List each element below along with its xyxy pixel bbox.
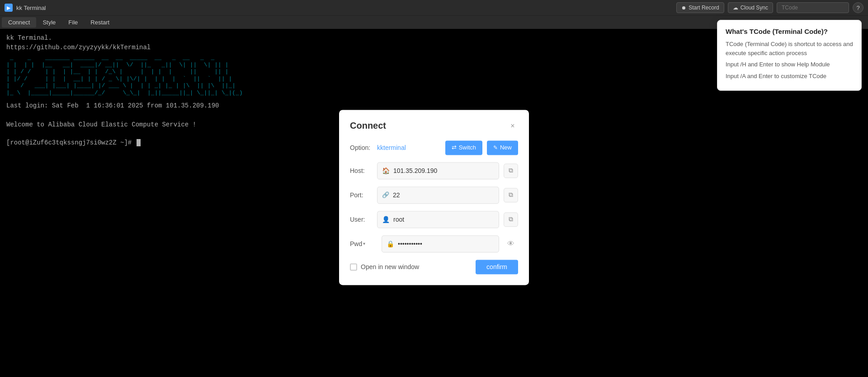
dialog-title: Connect	[350, 121, 386, 131]
menu-item-connect[interactable]: Connect	[2, 17, 36, 28]
user-icon: 👤	[382, 216, 390, 223]
menu-item-restart[interactable]: Restart	[84, 17, 116, 28]
option-value-container: kkterminal	[377, 144, 441, 151]
port-label: Port:	[350, 191, 373, 199]
dialog-option-row: Option: kkterminal ⇄ Switch ✎ New	[350, 140, 518, 155]
port-copy-button[interactable]: ⧉	[504, 188, 518, 202]
dialog-footer: Open in new window confirm	[350, 260, 518, 274]
host-icon: 🏠	[382, 167, 390, 174]
tcode-tooltip-line-3: Input /A and Enter to customize TCode	[726, 72, 853, 81]
menu-item-style[interactable]: Style	[36, 17, 62, 28]
switch-icon: ⇄	[452, 144, 457, 151]
dialog-user-row: User: 👤 ⧉	[350, 211, 518, 228]
titlebar: ▶ kk Terminal ⏺ Start Record ☁ Cloud Syn…	[0, 0, 868, 15]
chevron-down-icon: ▾	[363, 241, 365, 246]
confirm-button[interactable]: confirm	[476, 260, 518, 274]
cloud-icon: ☁	[733, 5, 738, 11]
user-input-wrapper: 👤	[377, 211, 499, 228]
port-input-wrapper: 🔗	[377, 186, 499, 204]
titlebar-actions: ⏺ Start Record ☁ Cloud Sync ?	[676, 2, 863, 13]
dialog-close-button[interactable]: ×	[507, 121, 518, 131]
port-icon: 🔗	[382, 191, 389, 198]
open-new-window-checkbox[interactable]	[350, 263, 357, 270]
tcode-tooltip-title: What's TCode (Terminal Code)?	[726, 28, 853, 35]
tcode-tooltip: What's TCode (Terminal Code)? TCode (Ter…	[717, 20, 862, 91]
user-input[interactable]	[393, 216, 494, 223]
host-input[interactable]	[393, 167, 494, 174]
pwd-input[interactable]	[398, 240, 494, 247]
toggle-password-button[interactable]: 👁	[504, 237, 518, 251]
pwd-label-wrapper: Pwd ▾	[350, 240, 377, 247]
new-button[interactable]: ✎ New	[487, 140, 518, 155]
tcode-tooltip-line-2: Input /H and Enter to show Help Module	[726, 60, 853, 69]
host-input-wrapper: 🏠	[377, 162, 499, 179]
port-input[interactable]	[393, 191, 494, 199]
user-copy-button[interactable]: ⧉	[504, 212, 518, 227]
record-icon: ⏺	[681, 5, 686, 10]
copy-icon: ⧉	[509, 167, 513, 174]
start-record-button[interactable]: ⏺ Start Record	[676, 2, 724, 13]
tcode-input[interactable]	[777, 2, 849, 13]
connect-dialog: Connect × Option: kkterminal ⇄ Switch ✎ …	[339, 110, 529, 285]
dialog-pwd-row: Pwd ▾ 🔒 👁	[350, 235, 518, 252]
tcode-tooltip-content: TCode (Terminal Code) is shortcut to acc…	[726, 40, 853, 80]
help-button[interactable]: ?	[853, 2, 863, 13]
switch-button[interactable]: ⇄ Switch	[445, 140, 482, 155]
host-label: Host:	[350, 167, 373, 174]
app-icon: ▶	[5, 4, 13, 12]
copy-icon-port: ⧉	[509, 191, 513, 199]
tcode-tooltip-line-1: TCode (Terminal Code) is shortcut to acc…	[726, 40, 853, 57]
menu-item-file[interactable]: File	[62, 17, 84, 28]
open-new-window-label[interactable]: Open in new window	[350, 263, 419, 270]
user-label: User:	[350, 216, 373, 223]
host-copy-button[interactable]: ⧉	[504, 163, 518, 178]
option-value: kkterminal	[377, 144, 406, 151]
copy-icon-user: ⧉	[509, 215, 513, 223]
dialog-header: Connect ×	[350, 121, 518, 131]
dialog-host-row: Host: 🏠 ⧉	[350, 162, 518, 179]
app-title: kk Terminal	[16, 5, 46, 11]
option-label: Option:	[350, 144, 373, 151]
lock-icon: 🔒	[387, 240, 394, 247]
cloud-sync-button[interactable]: ☁ Cloud Sync	[728, 2, 773, 13]
pwd-label: Pwd	[350, 240, 362, 247]
dialog-port-row: Port: 🔗 ⧉	[350, 186, 518, 204]
eye-off-icon: 👁	[507, 240, 514, 248]
new-icon: ✎	[493, 144, 498, 151]
pwd-input-wrapper: 🔒	[382, 235, 499, 252]
